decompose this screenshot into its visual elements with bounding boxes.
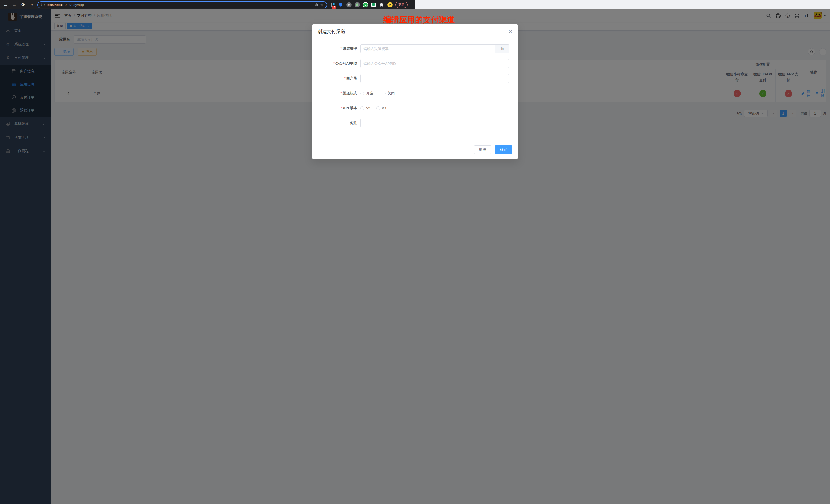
- radio-circle-icon: [360, 106, 364, 110]
- share-icon[interactable]: [315, 3, 318, 7]
- extension-chat-icon[interactable]: [371, 2, 376, 8]
- field-api-version: *API 版本 v2 v3: [312, 101, 415, 116]
- extension-blocks-icon[interactable]: 10: [330, 2, 335, 8]
- radio-circle-icon: [382, 92, 385, 95]
- field-channel-status: *渠道状态 开启 关闭: [312, 86, 415, 101]
- extension-command-icon[interactable]: ⌘: [346, 2, 352, 8]
- annotation-text: 编辑应用的支付渠道: [383, 14, 415, 25]
- url-host: localhost: [46, 3, 62, 7]
- browser-forward-icon[interactable]: →: [11, 2, 18, 8]
- radio-api-v2[interactable]: v2: [360, 106, 370, 110]
- app-window: 芋道管理系统 首页 ⚙ 系统管理 ¥ 支付管理 商户信息: [0, 9, 415, 252]
- url-path: :1024/pay/app: [62, 3, 84, 7]
- remark-input[interactable]: [360, 119, 415, 127]
- field-merchant-id: *商户号: [312, 71, 415, 86]
- dialog-title: 创建支付渠道: [318, 28, 345, 35]
- page-info-icon[interactable]: ⓘ: [41, 3, 44, 7]
- bookmark-star-icon[interactable]: ☆: [320, 3, 323, 7]
- browser-home-icon[interactable]: ⌂: [29, 2, 35, 8]
- field-official-appid: *公众号APPID: [312, 56, 415, 71]
- browser-menu-icon[interactable]: ⋮: [410, 3, 414, 7]
- required-asterisk: *: [341, 46, 342, 51]
- extension-badge: 10: [332, 6, 336, 9]
- radio-api-v3[interactable]: v3: [376, 106, 386, 110]
- extension-grey-dot-icon[interactable]: [354, 2, 360, 8]
- required-asterisk: *: [341, 91, 342, 95]
- dialog-header: 创建支付渠道 ✕: [312, 28, 415, 35]
- required-asterisk: *: [344, 76, 346, 80]
- browser-reload-icon[interactable]: ⟳: [20, 2, 26, 8]
- radio-status-off[interactable]: 关闭: [382, 91, 395, 96]
- extensions-puzzle-icon[interactable]: [379, 2, 384, 8]
- channel-rate-input[interactable]: [360, 44, 415, 53]
- official-appid-input[interactable]: [360, 59, 415, 68]
- dialog-form: *渠道费率 % *公众号APPID *商户号: [312, 41, 415, 130]
- radio-status-on[interactable]: 开启: [360, 91, 374, 96]
- required-asterisk: *: [341, 106, 342, 110]
- field-remark: 备注: [312, 116, 415, 130]
- field-channel-rate: *渠道费率 %: [312, 41, 415, 56]
- url-bar[interactable]: ⓘ localhost :1024/pay/app ☆: [37, 1, 327, 8]
- browser-chrome: ← → ⟳ ⌂ ⓘ localhost :1024/pay/app ☆ 10 ⌘…: [0, 0, 415, 9]
- extension-y-icon[interactable]: y: [362, 2, 368, 8]
- browser-update-button[interactable]: 更新: [395, 2, 408, 8]
- radio-circle-icon: [360, 92, 364, 95]
- radio-circle-icon: [376, 106, 380, 110]
- merchant-id-input[interactable]: [360, 74, 415, 83]
- extension-balloon-icon[interactable]: [338, 2, 344, 8]
- profile-avatar-icon[interactable]: [387, 2, 393, 8]
- browser-back-icon[interactable]: ←: [3, 2, 9, 8]
- required-asterisk: *: [333, 61, 334, 65]
- create-pay-channel-dialog: 创建支付渠道 ✕ *渠道费率 % *公众号APPID *: [312, 24, 415, 159]
